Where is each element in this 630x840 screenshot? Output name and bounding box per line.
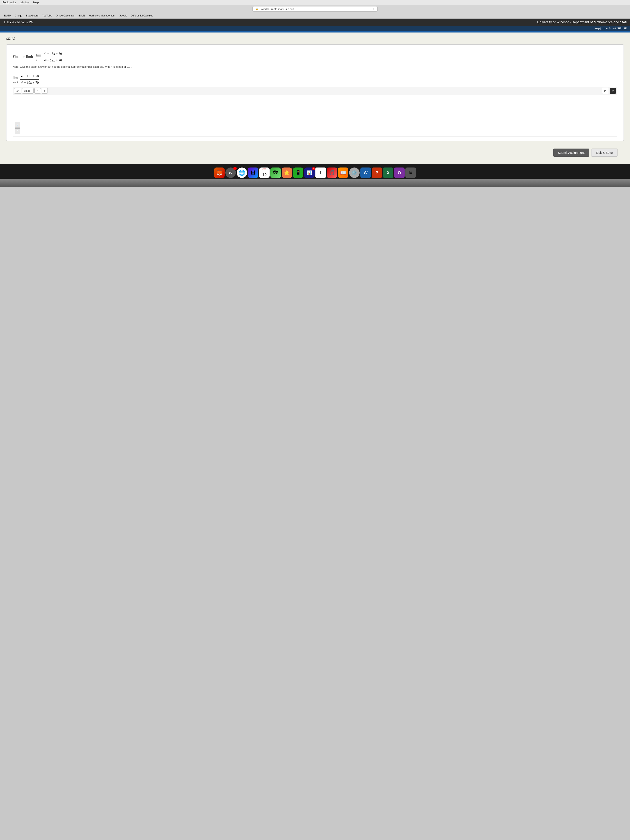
- content-area: /21 (c) Find the limit lim x→5 x² − 15x …: [0, 33, 630, 164]
- bookmarks-bar: Netflix Chegg Blackboard YouTube Grade C…: [0, 13, 630, 19]
- dock-badge-90: [233, 167, 237, 170]
- answer-fraction-num: x² − 15x + 50: [20, 73, 39, 80]
- dock-charts[interactable]: 📊 5: [304, 167, 314, 178]
- browser-chrome: 🔒 uwindsor-math.mobius.cloud ↻ Netflix C…: [0, 5, 630, 19]
- reload-icon[interactable]: ↻: [372, 7, 375, 11]
- university-name: University of Windsor - Department of Ma…: [537, 21, 627, 24]
- dock-green-app[interactable]: 📱: [293, 167, 303, 178]
- bookmark-workforce-management[interactable]: Workforce Management: [87, 14, 117, 17]
- lock-icon: 🔒: [255, 8, 258, 10]
- quit-save-button[interactable]: Quit & Save: [591, 148, 617, 157]
- course-id: TH1720-1-R-2021W: [3, 21, 33, 24]
- answer-lim-sub: x→5: [13, 80, 18, 85]
- question-text: Find the limit lim x→5 x² − 15x + 50 x² …: [13, 51, 617, 63]
- secondary-header: Help | Uzma Ashraf (SISUSE: [0, 26, 630, 31]
- macbook-bottom: [0, 179, 630, 187]
- infinity-button[interactable]: ∞: [35, 88, 41, 93]
- url-bar[interactable]: 🔒 uwindsor-math.mobius.cloud ↻: [253, 6, 377, 12]
- menu-bar: Bookmarks Window Help: [0, 0, 630, 5]
- url-text: uwindsor-math.mobius.cloud: [260, 8, 294, 11]
- dock-badge-charts: 5: [312, 167, 315, 170]
- alpha-button[interactable]: α: [42, 88, 48, 93]
- bookmark-netflix[interactable]: Netflix: [3, 14, 13, 17]
- answer-fraction-den: x² − 19x + 70: [20, 80, 39, 86]
- dock-firefox[interactable]: 🦊: [214, 167, 224, 178]
- file-icons: 📄 📄: [15, 122, 20, 134]
- dock-font[interactable]: I: [316, 167, 326, 178]
- question-number: /21 (c): [6, 37, 624, 40]
- dock-onenote[interactable]: O: [394, 167, 404, 178]
- math-toolbar: aᵇ sin (a) ∞ α 🗑 ?: [13, 87, 617, 95]
- bookmark-blackboard[interactable]: Blackboard: [24, 14, 40, 17]
- dock-chrome[interactable]: 🌐: [237, 167, 247, 178]
- dock-calendar[interactable]: FEB 12: [259, 167, 270, 178]
- dock-powerpoint[interactable]: P: [372, 167, 382, 178]
- submit-assignment-button[interactable]: Submit Assignment: [553, 148, 589, 157]
- dock-excel[interactable]: X: [383, 167, 393, 178]
- file-icon-1: 📄: [15, 122, 20, 128]
- ab-button[interactable]: aᵇ: [14, 88, 21, 93]
- answer-input-area[interactable]: 📄 📄: [13, 95, 617, 136]
- browser-toolbar: 🔒 uwindsor-math.mobius.cloud ↻: [0, 5, 630, 13]
- dock-desktop[interactable]: 🖥: [406, 167, 416, 178]
- dock-music[interactable]: 🎵: [327, 167, 337, 178]
- trash-button[interactable]: 🗑: [602, 88, 608, 94]
- bookmark-google[interactable]: Google: [117, 14, 129, 17]
- limit-symbol: lim x→5 x² − 15x + 50 x² − 19x + 70: [36, 55, 63, 59]
- menu-help[interactable]: Help: [33, 1, 39, 4]
- menu-window[interactable]: Window: [20, 1, 29, 4]
- bookmark-youtube[interactable]: YouTube: [41, 14, 54, 17]
- help-button[interactable]: ?: [609, 88, 616, 94]
- equals-sign: =: [43, 76, 44, 83]
- sin-button[interactable]: sin (a): [22, 88, 33, 93]
- toolbar-right: 🗑 ?: [602, 88, 616, 94]
- dock-maps[interactable]: 🗺: [270, 167, 281, 178]
- note-text: Note: Give the exact answer but not the …: [13, 65, 617, 68]
- site-header: TH1720-1-R-2021W University of Windsor -…: [0, 19, 630, 26]
- dock: 🦊 90 🌐 🖼 FEB 12 🗺 ⭐ 📱 📊 5 I 🎵 📖 ⚙️ W P: [0, 164, 630, 179]
- help-user-link[interactable]: Help | Uzma Ashraf (SISUSE: [595, 27, 627, 30]
- question-fraction-den: x² − 19x + 70: [43, 57, 62, 63]
- dock-word[interactable]: W: [360, 167, 371, 178]
- question-fraction-num: x² − 15x + 50: [43, 51, 62, 57]
- file-icon-2: 📄: [15, 128, 20, 134]
- bookmark-chegg[interactable]: Chegg: [13, 14, 24, 17]
- action-bar: Submit Assignment Quit & Save: [6, 145, 624, 160]
- dock-app-90[interactable]: 90: [226, 167, 236, 178]
- answer-section: lim x→5 x² − 15x + 50 x² − 19x + 70 = aᵇ…: [13, 73, 617, 137]
- menu-bookmarks[interactable]: Bookmarks: [3, 1, 16, 4]
- bookmark-differential-calculus[interactable]: Differential Calculus: [129, 14, 155, 17]
- dock-books[interactable]: 📖: [338, 167, 348, 178]
- bookmark-bscn[interactable]: BScN: [77, 14, 87, 17]
- question-card: Find the limit lim x→5 x² − 15x + 50 x² …: [6, 44, 624, 141]
- find-limit-text: Find the limit: [13, 55, 33, 59]
- dock-photos[interactable]: 🖼: [248, 167, 258, 178]
- dock-settings[interactable]: ⚙️: [349, 167, 360, 178]
- dock-reeder[interactable]: ⭐: [282, 167, 292, 178]
- answer-expression: lim x→5 x² − 15x + 50 x² − 19x + 70 =: [13, 73, 617, 87]
- bookmark-grade-calculator[interactable]: Grade Calculator: [54, 14, 76, 17]
